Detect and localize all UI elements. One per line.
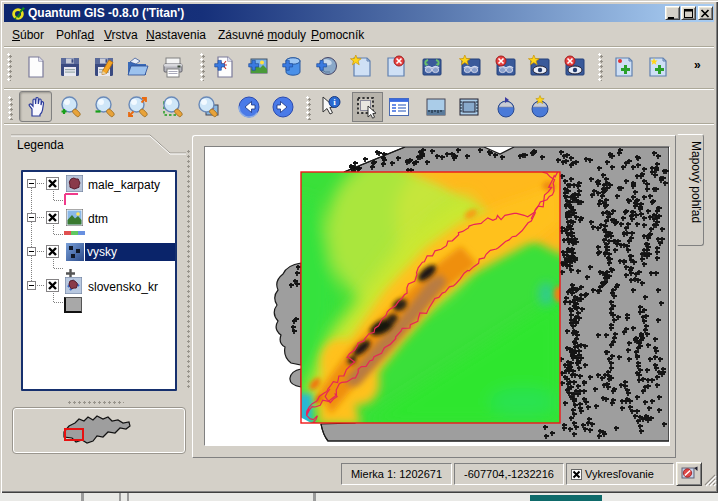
svg-text:Legenda: Legenda bbox=[17, 138, 64, 152]
